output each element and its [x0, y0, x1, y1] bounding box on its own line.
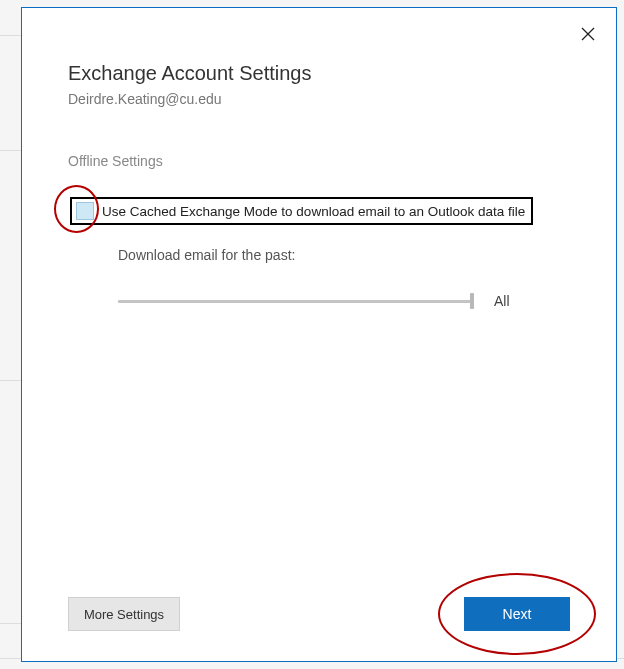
slider-value-label: All — [494, 293, 510, 309]
close-button[interactable] — [576, 22, 600, 46]
cached-mode-checkbox[interactable] — [76, 202, 94, 220]
dialog-title: Exchange Account Settings — [68, 62, 570, 85]
cached-mode-label: Use Cached Exchange Mode to download ema… — [102, 204, 525, 219]
slider-track — [118, 300, 472, 303]
close-icon — [581, 27, 595, 41]
next-button-wrap: Next — [464, 597, 570, 631]
next-button[interactable]: Next — [464, 597, 570, 631]
more-settings-button[interactable]: More Settings — [68, 597, 180, 631]
download-range-slider[interactable] — [118, 291, 472, 311]
dialog-content: Exchange Account Settings Deirdre.Keatin… — [22, 8, 616, 311]
download-past-label: Download email for the past: — [118, 247, 570, 263]
dialog-footer: More Settings Next — [22, 597, 616, 631]
account-email: Deirdre.Keating@cu.edu — [68, 91, 570, 107]
exchange-account-settings-dialog: Exchange Account Settings Deirdre.Keatin… — [21, 7, 617, 662]
offline-settings-label: Offline Settings — [68, 153, 570, 169]
slider-thumb[interactable] — [470, 293, 474, 309]
download-slider-row: All — [118, 291, 570, 311]
cached-mode-row: Use Cached Exchange Mode to download ema… — [70, 197, 533, 225]
